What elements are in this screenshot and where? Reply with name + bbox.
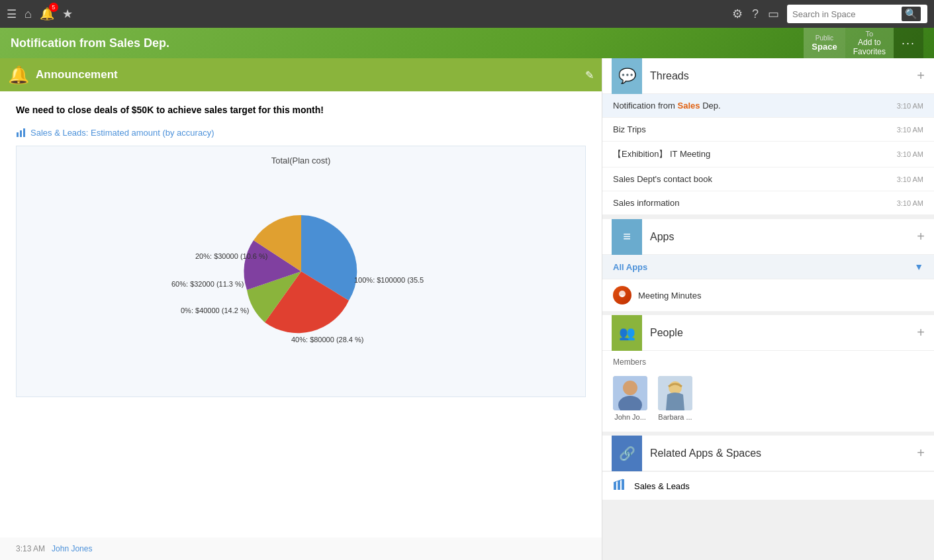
- all-apps-label: All Apps: [613, 262, 647, 272]
- member-card[interactable]: Barbara ...: [658, 376, 692, 421]
- banner-title: Notification from Sales Dep.: [11, 36, 804, 50]
- member-name: John Jo...: [614, 413, 646, 421]
- public-space-button[interactable]: Public Space: [804, 28, 845, 58]
- thread-item[interactable]: Sales Dept's contact book 3:10 AM: [602, 167, 934, 191]
- apps-header: ≡ Apps +: [602, 219, 934, 255]
- add-favorites-button[interactable]: To Add toFavorites: [845, 28, 894, 58]
- public-space-label: Public: [816, 34, 833, 42]
- add-fav-top: To: [865, 30, 873, 38]
- related-icon: 🔗: [619, 445, 635, 461]
- member-avatar-female: [658, 376, 692, 410]
- settings-icon[interactable]: ⚙: [732, 7, 743, 21]
- thread-name: Sales information: [613, 198, 679, 208]
- thread-item[interactable]: Biz Trips 3:10 AM: [602, 118, 934, 142]
- bell-wrap: 🔔 5: [40, 7, 54, 21]
- thread-time: 3:10 AM: [897, 175, 923, 183]
- svg-text:40%: $80000 (28.4 %): 40%: $80000 (28.4 %): [291, 336, 363, 344]
- add-fav-main: Add toFavorites: [853, 38, 886, 56]
- star-icon[interactable]: ★: [62, 7, 73, 21]
- banner: Notification from Sales Dep. Public Spac…: [0, 28, 934, 58]
- member-card[interactable]: John Jo...: [613, 376, 647, 421]
- search-input[interactable]: [792, 9, 898, 19]
- public-space-sublabel: Space: [812, 42, 837, 52]
- thread-time: 3:10 AM: [897, 126, 923, 134]
- chart-title: Total(Plan cost): [26, 156, 576, 165]
- chart-link-icon: [16, 127, 26, 138]
- member-avatar-male: [613, 376, 647, 410]
- chart-link-label: Sales & Leads: Estimated amount (by accu…: [30, 128, 214, 138]
- svg-rect-2: [23, 128, 25, 137]
- post-timestamp: 3:13 AM: [16, 544, 45, 553]
- related-icon-wrap: 🔗: [612, 436, 642, 471]
- content-body: We need to close deals of $50K to achiev…: [0, 91, 602, 537]
- svg-rect-15: [618, 481, 620, 490]
- search-box: 🔍: [787, 5, 927, 23]
- nav-left-icons: ☰ ⌂ 🔔 5 ★: [7, 7, 73, 21]
- svg-text:60%: $32000 (11.3 %): 60%: $32000 (11.3 %): [171, 280, 244, 288]
- svg-text:100%: $100000 (35.5: 100%: $100000 (35.5: [354, 276, 424, 284]
- related-header: 🔗 Related Apps & Spaces +: [602, 436, 934, 471]
- thread-name: Sales Dept's contact book: [613, 174, 712, 184]
- apps-icon-wrap: ≡: [612, 219, 642, 255]
- svg-point-10: [623, 381, 637, 395]
- more-options-button[interactable]: ···: [894, 28, 923, 58]
- svg-rect-1: [20, 130, 22, 137]
- all-apps-row[interactable]: All Apps ▼: [602, 255, 934, 279]
- people-header: 👥 People +: [602, 315, 934, 351]
- members-row: John Jo... Barbara ...: [602, 373, 934, 432]
- member-name: Barbara ...: [658, 413, 692, 421]
- chevron-down-icon: ▼: [914, 261, 923, 272]
- search-button[interactable]: 🔍: [902, 7, 921, 21]
- related-add-button[interactable]: +: [917, 445, 925, 461]
- edit-icon[interactable]: ✎: [585, 69, 594, 81]
- content-footer: 3:13 AM John Jones: [0, 537, 602, 560]
- banner-actions: Public Space To Add toFavorites ···: [804, 28, 923, 58]
- tablet-icon[interactable]: ▭: [768, 7, 779, 21]
- content-headline: We need to close deals of $50K to achiev…: [16, 105, 586, 115]
- thread-item[interactable]: 【Exhibition】 IT Meeting 3:10 AM: [602, 142, 934, 167]
- announcement-title: Announcement: [36, 68, 579, 81]
- thread-item[interactable]: Notification from Sales Dep. 3:10 AM: [602, 94, 934, 118]
- threads-label: Threads: [650, 70, 909, 82]
- bell-announce-icon: 🔔: [8, 65, 29, 85]
- home-icon[interactable]: ⌂: [24, 7, 32, 21]
- threads-section: 💬 Threads + Notification from Sales Dep.…: [602, 58, 934, 215]
- chart-link[interactable]: Sales & Leads: Estimated amount (by accu…: [16, 127, 586, 138]
- people-add-button[interactable]: +: [917, 325, 925, 340]
- related-item[interactable]: Sales & Leads: [602, 471, 934, 500]
- right-panel: 💬 Threads + Notification from Sales Dep.…: [602, 58, 934, 560]
- threads-list: Notification from Sales Dep. 3:10 AM Biz…: [602, 94, 934, 215]
- people-section: 👥 People + Members John Jo...: [602, 315, 934, 432]
- thread-time: 3:10 AM: [897, 102, 923, 110]
- apps-section: ≡ Apps + All Apps ▼ Meeting Minutes: [602, 219, 934, 311]
- people-label: People: [650, 327, 909, 339]
- meeting-minutes-app[interactable]: Meeting Minutes: [602, 279, 934, 311]
- app-item-name: Meeting Minutes: [638, 291, 701, 301]
- meeting-minutes-icon: [613, 286, 631, 304]
- menu-icon[interactable]: ☰: [7, 7, 17, 21]
- people-icon-wrap: 👥: [612, 315, 642, 351]
- help-icon[interactable]: ?: [752, 7, 759, 21]
- announcement-header: 🔔 Announcement ✎: [0, 58, 602, 91]
- related-app-icon: [613, 479, 628, 493]
- top-navigation: ☰ ⌂ 🔔 5 ★ ⚙ ? ▭ 🔍: [0, 0, 934, 28]
- threads-icon: 💬: [618, 68, 636, 85]
- thread-time: 3:10 AM: [897, 199, 923, 207]
- author-link[interactable]: John Jones: [52, 544, 92, 553]
- thread-name: 【Exhibition】 IT Meeting: [613, 148, 710, 160]
- threads-header: 💬 Threads +: [602, 58, 934, 94]
- main-layout: 🔔 Announcement ✎ We need to close deals …: [0, 58, 934, 560]
- chart-area: 100%: $100000 (35.5 40%: $80000 (28.4 %)…: [26, 172, 576, 371]
- svg-text:20%: $30000 (10.6 %): 20%: $30000 (10.6 %): [195, 252, 267, 260]
- related-section: 🔗 Related Apps & Spaces + Sales & Leads: [602, 436, 934, 500]
- apps-add-button[interactable]: +: [917, 229, 925, 244]
- svg-rect-16: [622, 479, 624, 490]
- left-panel: 🔔 Announcement ✎ We need to close deals …: [0, 58, 602, 560]
- threads-add-button[interactable]: +: [917, 68, 925, 83]
- thread-time: 3:10 AM: [897, 150, 923, 158]
- svg-rect-0: [17, 132, 19, 137]
- related-label: Related Apps & Spaces: [650, 447, 909, 459]
- pie-chart-svg: 100%: $100000 (35.5 40%: $80000 (28.4 %)…: [162, 175, 440, 367]
- apps-icon: ≡: [623, 229, 631, 244]
- thread-item[interactable]: Sales information 3:10 AM: [602, 191, 934, 215]
